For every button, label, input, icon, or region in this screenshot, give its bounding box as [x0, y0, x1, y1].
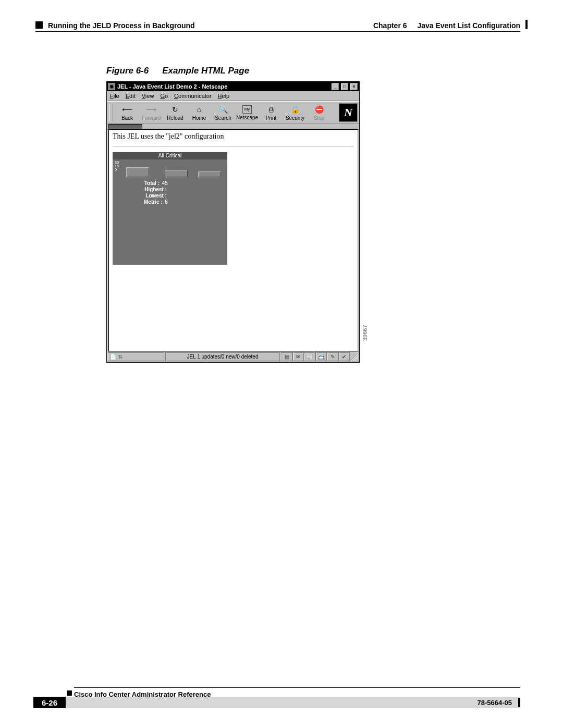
- menu-edit[interactable]: Edit: [126, 93, 136, 99]
- footer-bullet-icon: [67, 690, 72, 696]
- resize-grip-icon[interactable]: [351, 353, 358, 361]
- figure-caption: Figure 6-6Example HTML Page: [106, 66, 249, 76]
- footer-end-bar-icon: [518, 698, 520, 707]
- news-icon[interactable]: 📰: [304, 352, 315, 361]
- header-chapter-label: Chapter 6: [373, 21, 407, 30]
- menu-communicator[interactable]: Communicator: [174, 93, 212, 99]
- applet-stats: Total : 45 Highest : Lowest : Metric : 6: [144, 180, 168, 205]
- component-bar: ▤ ✉ 📰 📇 ✎ ✔: [281, 352, 350, 361]
- page-header: Running the JELD Process in Background C…: [35, 20, 520, 31]
- back-button[interactable]: ⟵ Back: [115, 102, 139, 123]
- netscape-button[interactable]: My Netscape: [235, 102, 259, 123]
- extra-icon[interactable]: ✔: [338, 352, 350, 361]
- stat-metric-value: 6: [165, 199, 168, 205]
- figure-label: Figure 6-6: [106, 66, 149, 76]
- menu-file[interactable]: File: [110, 93, 119, 99]
- header-rule: [35, 31, 520, 32]
- home-icon: ⌂: [194, 105, 204, 114]
- mail-icon[interactable]: ✉: [292, 352, 304, 361]
- security-button[interactable]: 🔒 Security: [283, 102, 307, 123]
- chart-bar-2: [165, 170, 188, 177]
- status-link-icon: ⇅: [118, 354, 123, 360]
- print-button[interactable]: ⎙ Print: [259, 102, 283, 123]
- home-label: Home: [192, 115, 206, 121]
- status-doc-icon: 📄: [110, 354, 116, 360]
- page-text: This JEL uses the "jel2" configuration: [108, 129, 358, 143]
- reload-button[interactable]: ↻ Reload: [163, 102, 187, 123]
- stop-button[interactable]: ⛔ Stop: [307, 102, 331, 123]
- header-section: Running the JELD Process in Background: [48, 21, 195, 30]
- statusbar: 📄 ⇅ JEL 1 updates/0 new/0 deleted ▤ ✉ 📰 …: [108, 352, 358, 361]
- stat-total-label: Total :: [144, 180, 160, 186]
- lock-icon: 🔒: [290, 105, 300, 114]
- print-label: Print: [266, 115, 277, 121]
- home-button[interactable]: ⌂ Home: [187, 102, 211, 123]
- titlebar[interactable]: ✹ JEL - Java Event List Demo 2 - Netscap…: [107, 82, 359, 91]
- figure-title: Example HTML Page: [162, 66, 249, 76]
- minimize-button[interactable]: _: [331, 83, 339, 91]
- header-bullet-icon: [35, 21, 43, 29]
- back-label: Back: [121, 115, 133, 121]
- netscape-icon: My: [242, 105, 252, 114]
- search-button[interactable]: 🔍 Search: [211, 102, 235, 123]
- header-chapter-title: Java Event List Configuration: [417, 21, 520, 30]
- figure-id: 39667: [362, 325, 368, 341]
- footer-doc-number: 78-5664-05: [478, 699, 512, 707]
- stat-highest-label: Highest :: [144, 187, 167, 192]
- toolbar: ⟵ Back ⟶ Forward ↻ Reload ⌂ Home 🔍 Searc…: [107, 101, 359, 124]
- stop-icon: ⛔: [314, 105, 324, 114]
- composer-icon[interactable]: ✎: [327, 352, 338, 361]
- content-divider: [113, 146, 353, 147]
- close-button[interactable]: ×: [350, 83, 358, 91]
- netscape-logo-icon: N: [339, 103, 358, 122]
- jel-applet[interactable]: All Critical 30 15 0 Total : 45 Highest …: [113, 152, 227, 265]
- print-icon: ⎙: [266, 105, 276, 114]
- reload-label: Reload: [167, 115, 183, 121]
- footer-rule: [74, 687, 520, 688]
- chart-yaxis: 30 15 0: [115, 161, 119, 171]
- security-label: Security: [286, 115, 304, 121]
- header-end-bar-icon: [525, 20, 528, 29]
- menu-view[interactable]: View: [142, 93, 154, 99]
- page-footer: Cisco Info Center Administrator Referenc…: [33, 687, 520, 710]
- applet-chart: 30 15 0: [115, 161, 225, 179]
- applet-title: All Critical: [113, 152, 227, 159]
- app-icon: ✹: [108, 83, 115, 90]
- stat-metric-label: Metric :: [144, 199, 163, 205]
- forward-label: Forward: [142, 115, 161, 121]
- menu-help[interactable]: Help: [218, 93, 230, 99]
- stat-lowest-label: Lowest :: [145, 193, 167, 199]
- stop-label: Stop: [314, 115, 325, 121]
- footer-page-number: 6-26: [33, 697, 66, 708]
- back-icon: ⟵: [122, 105, 132, 114]
- browser-viewport: This JEL uses the "jel2" configuration A…: [108, 129, 358, 352]
- addr-icon[interactable]: 📇: [315, 352, 327, 361]
- footer-leader: [66, 697, 520, 708]
- menu-go[interactable]: Go: [160, 93, 168, 99]
- stat-total-value: 45: [162, 180, 168, 186]
- netscape-window: ✹ JEL - Java Event List Demo 2 - Netscap…: [106, 81, 360, 363]
- reload-icon: ↻: [170, 105, 180, 114]
- nav-icon[interactable]: ▤: [281, 352, 292, 361]
- chart-bar-1: [126, 167, 149, 177]
- netscape-label: Netscape: [236, 115, 258, 120]
- forward-icon: ⟶: [146, 105, 156, 114]
- search-label: Search: [215, 115, 231, 121]
- status-message: JEL 1 updates/0 new/0 deleted: [165, 352, 280, 361]
- menubar: File Edit View Go Communicator Help: [107, 91, 359, 101]
- forward-button[interactable]: ⟶ Forward: [139, 102, 163, 123]
- maximize-button[interactable]: □: [340, 83, 349, 91]
- header-right: Chapter 6 Java Event List Configuration: [373, 21, 520, 30]
- toolbar-grip-icon[interactable]: [109, 104, 113, 121]
- status-left-pane: 📄 ⇅: [108, 352, 164, 361]
- search-icon: 🔍: [218, 105, 228, 114]
- window-title: JEL - Java Event List Demo 2 - Netscape: [117, 83, 330, 90]
- chart-bar-3: [198, 171, 221, 177]
